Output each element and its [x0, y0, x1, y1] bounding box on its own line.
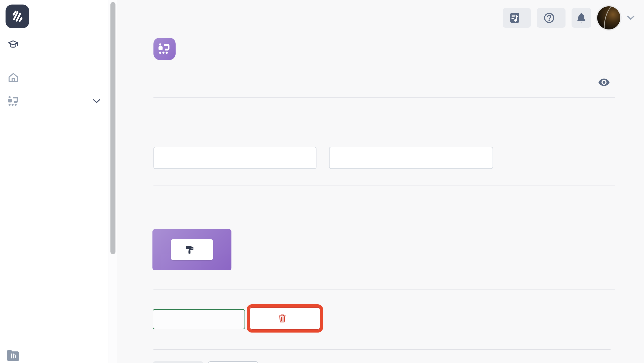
- class-theme-preview: [152, 229, 231, 270]
- home-icon: [8, 72, 19, 83]
- help-button[interactable]: [537, 8, 566, 28]
- notifications-button[interactable]: [572, 8, 591, 28]
- new-score-button[interactable]: [503, 8, 531, 28]
- graduation-cap-icon: [8, 39, 19, 50]
- divider: [153, 97, 615, 98]
- user-avatar[interactable]: [597, 6, 620, 29]
- library-icon: [7, 349, 20, 361]
- sidebar-item-my-classes[interactable]: [8, 93, 101, 109]
- archive-class-button[interactable]: [153, 309, 245, 329]
- paint-roller-icon: [185, 245, 194, 254]
- eye-icon: [598, 78, 610, 87]
- delete-class-button[interactable]: [250, 307, 320, 330]
- chevron-down-icon[interactable]: [93, 99, 101, 104]
- divider: [153, 349, 611, 350]
- question-circle-icon: [543, 12, 555, 24]
- class-section-input[interactable]: [329, 147, 493, 169]
- class-name-input[interactable]: [153, 147, 316, 169]
- page: [0, 0, 644, 363]
- sidebar-item-welcome[interactable]: [8, 70, 26, 85]
- sidebar-scrollbar-thumb[interactable]: [110, 2, 115, 254]
- sidebar-item-resource-library[interactable]: [7, 346, 26, 363]
- sidebar-scrollbar-track[interactable]: [108, 0, 117, 363]
- sidebar: [0, 0, 108, 363]
- flat-logo-icon: [6, 5, 29, 28]
- divider: [153, 289, 615, 290]
- school-selector[interactable]: [8, 37, 25, 52]
- change-theme-button[interactable]: [171, 239, 213, 260]
- bell-icon: [576, 12, 587, 24]
- class-header: [153, 38, 186, 60]
- view-as-student-button[interactable]: [598, 78, 615, 87]
- topbar: [503, 6, 635, 29]
- class-theme-icon: [153, 38, 176, 60]
- classes-icon: [8, 95, 20, 107]
- divider: [153, 186, 615, 186]
- brand[interactable]: [6, 5, 34, 28]
- account-chevron-down-icon[interactable]: [626, 15, 635, 21]
- partial-button[interactable]: [153, 361, 203, 363]
- partial-button[interactable]: [208, 361, 258, 363]
- trash-icon: [278, 314, 286, 323]
- score-document-icon: [509, 12, 520, 23]
